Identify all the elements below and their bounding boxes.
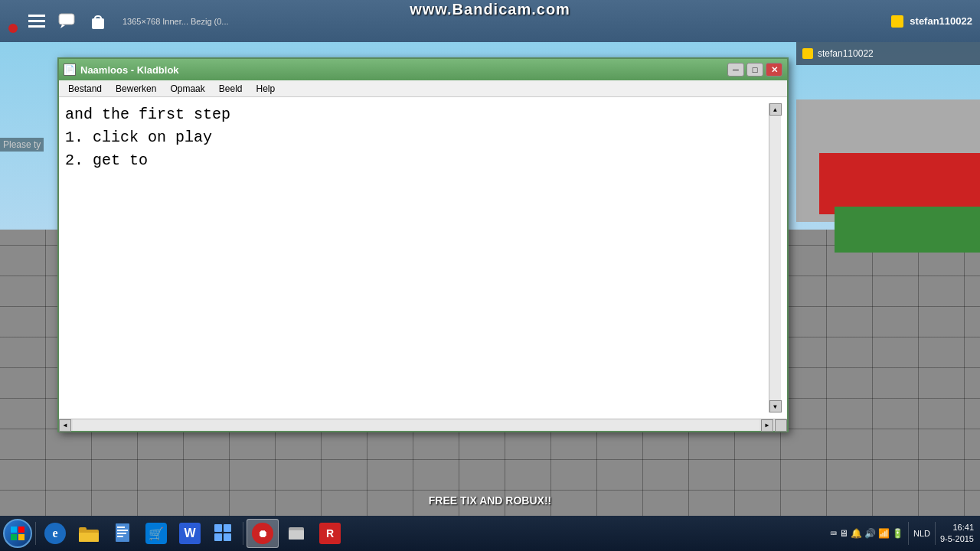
taskbar-files-btn[interactable] xyxy=(280,519,312,548)
menu-bewerken[interactable]: Bewerken xyxy=(109,82,162,96)
tray-icon-1: 🖥 xyxy=(839,528,848,540)
scroll-arrow-down[interactable]: ▼ xyxy=(769,400,782,412)
free-tix-text: FREE TIX AND ROBUX!! xyxy=(429,494,551,507)
hscroll-left[interactable]: ◀ xyxy=(59,419,71,432)
svg-rect-5 xyxy=(92,18,104,29)
svg-rect-3 xyxy=(59,14,74,24)
scroll-track-v[interactable] xyxy=(769,116,781,400)
notepad-window: 📄 Naamloos - Kladblok ─ □ ✕ Bestand Bewe… xyxy=(57,57,789,432)
tray-icons: ⌨ 🖥 🔔 🔊 📶 🔋 xyxy=(831,527,903,540)
bandicam-text: www.Bandicam.com xyxy=(410,1,570,18)
hscroll-right[interactable]: ▶ xyxy=(761,419,773,432)
notepad-controls: ─ □ ✕ xyxy=(727,63,782,77)
taskbar-store-btn[interactable]: 🛒 xyxy=(140,519,172,548)
red-close-dot xyxy=(8,24,18,33)
taskbar-explorer-btn[interactable] xyxy=(73,519,105,548)
svg-rect-0 xyxy=(28,15,45,17)
taskbar-bandicam-btn[interactable]: ⏺ xyxy=(247,519,279,548)
notepad-title-icon: 📄 xyxy=(64,64,76,76)
green-block xyxy=(835,207,980,253)
notepad-textarea[interactable]: and the first step 1. click on play 2. g… xyxy=(65,103,769,412)
taskbar-sep-1 xyxy=(35,522,36,545)
taskbar: e 🛒 W xyxy=(0,516,980,551)
toolbar-chat-btn[interactable] xyxy=(55,9,80,34)
user-profile-bar: stefan110022 xyxy=(796,42,980,65)
notepad-title-text: Naamloos - Kladblok xyxy=(80,64,179,76)
svg-rect-11 xyxy=(79,533,99,542)
tray-icon-5: 🔋 xyxy=(892,528,903,540)
menu-beeld[interactable]: Beeld xyxy=(213,82,249,96)
svg-rect-20 xyxy=(214,533,222,541)
notepad-maximize-btn[interactable]: □ xyxy=(746,63,763,77)
start-button[interactable] xyxy=(3,519,32,548)
user-badge xyxy=(891,15,903,28)
menu-bestand[interactable]: Bestand xyxy=(62,82,108,96)
tray-icon-3: 🔊 xyxy=(864,528,876,540)
bandicam-record-icon: ⏺ xyxy=(252,523,273,544)
svg-rect-19 xyxy=(224,524,231,532)
taskbar-word-btn[interactable]: W xyxy=(174,519,206,548)
files-icon xyxy=(286,523,307,544)
tray-sep xyxy=(908,522,909,545)
hscroll-track[interactable] xyxy=(73,419,760,431)
svg-rect-14 xyxy=(117,527,125,528)
right-panel: stefan110022 xyxy=(796,0,980,42)
docs-icon xyxy=(112,523,133,544)
taskbar-ie-btn[interactable]: e xyxy=(39,519,71,548)
taskbar-taskview-btn[interactable] xyxy=(207,519,240,548)
tray-sep-2 xyxy=(935,522,936,545)
svg-rect-1 xyxy=(28,20,45,22)
notepad-title-left: 📄 Naamloos - Kladblok xyxy=(64,64,179,76)
system-tray: ⌨ 🖥 🔔 🔊 📶 🔋 NLD 16:41 9-5-2015 xyxy=(831,522,978,546)
notepad-minimize-btn[interactable]: ─ xyxy=(727,63,744,77)
svg-rect-23 xyxy=(289,530,304,540)
chat-label: Please ty xyxy=(0,138,44,152)
notepad-menubar: Bestand Bewerken Opmaak Beeld Help xyxy=(59,80,787,97)
bandicam-watermark: www.Bandicam.com xyxy=(337,0,643,18)
notepad-close-btn[interactable]: ✕ xyxy=(766,63,782,77)
taskbar-time: 16:41 xyxy=(952,522,974,533)
notepad-hscrollbar: ◀ ▶ xyxy=(59,419,787,431)
ie-icon: e xyxy=(44,523,66,544)
taskbar-lang: NLD xyxy=(913,529,930,538)
notepad-titlebar: 📄 Naamloos - Kladblok ─ □ ✕ xyxy=(59,59,787,80)
roblox-icon: R xyxy=(319,523,341,544)
svg-rect-12 xyxy=(79,527,87,531)
taskbar-docs-btn[interactable] xyxy=(106,519,139,548)
toolbar-backpack-btn[interactable] xyxy=(86,9,110,34)
red-block xyxy=(819,153,980,214)
word-icon: W xyxy=(179,523,201,544)
svg-rect-6 xyxy=(11,527,17,533)
svg-rect-21 xyxy=(224,533,231,541)
tray-icon-2: 🔔 xyxy=(851,528,862,540)
svg-rect-16 xyxy=(117,533,126,534)
svg-rect-18 xyxy=(214,524,222,532)
keyboard-icon: ⌨ xyxy=(831,527,837,540)
store-icon: 🛒 xyxy=(145,523,167,544)
taskbar-roblox-btn[interactable]: R xyxy=(314,519,346,548)
chat-area: Please ty xyxy=(0,138,61,152)
taskbar-date: 9-5-2015 xyxy=(940,533,974,545)
taskview-icon xyxy=(213,523,234,544)
svg-rect-9 xyxy=(18,534,24,540)
toolbar-menu-btn[interactable] xyxy=(24,9,49,34)
right-scene xyxy=(796,0,980,551)
svg-rect-2 xyxy=(28,25,45,28)
explorer-icon xyxy=(78,523,100,544)
svg-rect-15 xyxy=(117,530,128,531)
username-label: stefan110022 xyxy=(910,15,972,27)
tray-icon-4: 📶 xyxy=(878,528,890,540)
taskbar-sep-2 xyxy=(243,522,243,545)
notepad-content: and the first step 1. click on play 2. g… xyxy=(59,97,787,419)
scroll-arrow-up[interactable]: ▲ xyxy=(769,103,782,116)
svg-marker-4 xyxy=(60,24,65,28)
svg-rect-7 xyxy=(18,527,24,533)
notepad-scrollbar-v[interactable]: ▲ ▼ xyxy=(769,103,781,412)
scroll-corner xyxy=(775,419,787,432)
menu-help[interactable]: Help xyxy=(250,82,281,96)
user-profile-name: stefan110022 xyxy=(818,48,874,59)
svg-rect-17 xyxy=(117,536,123,537)
taskbar-clock: 16:41 9-5-2015 xyxy=(940,522,974,546)
menu-opmaak[interactable]: Opmaak xyxy=(164,82,211,96)
toolbar-info: 1365×768 Inner... Bezig (0... xyxy=(122,17,229,26)
